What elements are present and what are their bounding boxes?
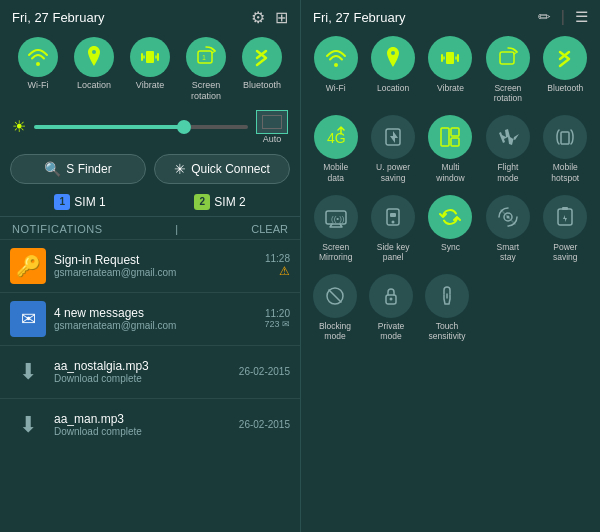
right-multi-window-label: Multiwindow [436, 162, 464, 182]
right-vibrate-icon [440, 48, 460, 68]
right-flight-mode-label: Flightmode [497, 162, 518, 182]
s-finder-icon: 🔍 [44, 161, 61, 177]
right-touch-sensitivity-circle [425, 274, 469, 318]
right-row2: 4G Mobiledata U. powersaving [301, 109, 600, 188]
notif-dl2-time: 26-02-2015 [239, 419, 290, 430]
right-vibrate-circle [428, 36, 472, 80]
svg-text:4G: 4G [327, 130, 346, 146]
svg-rect-8 [451, 128, 459, 136]
svg-rect-4 [500, 52, 514, 64]
s-finder-button[interactable]: 🔍 S Finder [10, 154, 146, 184]
grid-icon[interactable]: ⊞ [275, 8, 288, 27]
right-mobile-data[interactable]: 4G Mobiledata [309, 115, 362, 182]
right-blocking-mode-circle [313, 274, 357, 318]
quick-icon-vibrate[interactable]: Vibrate [130, 37, 170, 102]
right-sync[interactable]: Sync [424, 195, 477, 262]
right-vibrate[interactable]: Vibrate [424, 36, 477, 103]
right-panel: Fri, 27 February ✏ | ☰ Wi-Fi [300, 0, 600, 532]
touch-sensitivity-icon [436, 285, 458, 307]
right-power-saving[interactable]: Powersaving [539, 195, 592, 262]
sim2-item[interactable]: 2 SIM 2 [194, 194, 245, 210]
right-blocking-mode[interactable]: Blockingmode [309, 274, 361, 341]
mobile-data-icon: 4G [325, 126, 347, 148]
right-private-mode-label: Privatemode [378, 321, 404, 341]
quick-icon-location[interactable]: Location [74, 37, 114, 102]
right-blocking-mode-label: Blockingmode [319, 321, 351, 341]
brightness-slider[interactable] [34, 125, 248, 129]
right-flight-mode[interactable]: Flightmode [481, 115, 534, 182]
divider-icon: | [561, 8, 565, 26]
notif-signin-timestamp: 11:28 [265, 253, 290, 264]
sim2-badge: 2 [194, 194, 210, 210]
edit-icon[interactable]: ✏ [538, 8, 551, 26]
quick-icon-bluetooth[interactable]: Bluetooth [242, 37, 282, 102]
right-u-power[interactable]: U. powersaving [366, 115, 419, 182]
notif-dl1-sub: Download complete [54, 373, 231, 384]
right-screen-rotation[interactable]: Screenrotation [481, 36, 534, 103]
clear-button[interactable]: CLEAR [251, 223, 288, 235]
right-bluetooth-label: Bluetooth [547, 83, 583, 93]
svg-text:1: 1 [202, 54, 206, 61]
right-multi-window[interactable]: Multiwindow [424, 115, 477, 182]
right-bluetooth[interactable]: Bluetooth [539, 36, 592, 103]
right-bluetooth-icon [557, 47, 573, 69]
notif-messages-timestamp: 11:20 [264, 308, 290, 319]
right-row3: ((•)) ScreenMirroring Side keypanel [301, 189, 600, 268]
right-location-label: Location [377, 83, 409, 93]
settings-icon[interactable]: ⚙ [251, 8, 265, 27]
right-vibrate-label: Vibrate [437, 83, 464, 93]
vibrate-icon-circle [130, 37, 170, 77]
right-side-key[interactable]: Side keypanel [366, 195, 419, 262]
quick-connect-button[interactable]: ✳ Quick Connect [154, 154, 290, 184]
right-header-icons: ✏ | ☰ [538, 8, 588, 26]
svg-rect-14 [390, 213, 396, 217]
brightness-thumb [177, 120, 191, 134]
right-smart-stay-circle [486, 195, 530, 239]
right-smart-stay[interactable]: Smartstay [481, 195, 534, 262]
right-sync-circle [428, 195, 472, 239]
sim2-label: SIM 2 [214, 195, 245, 209]
screen-mirroring-icon: ((•)) [325, 206, 347, 228]
right-screen-mirroring[interactable]: ((•)) ScreenMirroring [309, 195, 362, 262]
notification-signin[interactable]: 🔑 Sign-in Request gsmarenateam@gmail.com… [0, 239, 300, 292]
sim1-item[interactable]: 1 SIM 1 [54, 194, 105, 210]
right-mobile-hotspot[interactable]: Mobilehotspot [539, 115, 592, 182]
right-side-key-circle [371, 195, 415, 239]
s-finder-label: S Finder [66, 162, 111, 176]
notification-dl2[interactable]: ⬇ aa_man.mp3 Download complete 26-02-201… [0, 398, 300, 451]
flight-mode-icon [497, 126, 519, 148]
notif-dl2-icon: ⬇ [10, 407, 46, 443]
svg-rect-7 [441, 128, 449, 146]
notif-dl1-title: aa_nostalgia.mp3 [54, 359, 231, 373]
right-screen-rotation-icon [497, 47, 519, 69]
left-date: Fri, 27 February [12, 10, 104, 25]
auto-box [256, 110, 288, 134]
location-icon-circle [74, 37, 114, 77]
quick-icon-screen-rotation[interactable]: 1 Screenrotation [186, 37, 226, 102]
right-flight-mode-circle [486, 115, 530, 159]
right-mobile-data-label: Mobiledata [323, 162, 348, 182]
notif-dl2-sub: Download complete [54, 426, 231, 437]
notif-signin-sub: gsmarenateam@gmail.com [54, 267, 257, 278]
quick-icon-wifi[interactable]: Wi-Fi [18, 37, 58, 102]
right-location[interactable]: Location [366, 36, 419, 103]
notif-messages-content: 4 new messages gsmarenateam@gmail.com [54, 306, 256, 331]
right-private-mode[interactable]: Privatemode [365, 274, 417, 341]
right-row1: Wi-Fi Location Vibrate [301, 30, 600, 109]
quick-icons-row: Wi-Fi Location Vibrate [0, 31, 300, 106]
notification-dl1[interactable]: ⬇ aa_nostalgia.mp3 Download complete 26-… [0, 345, 300, 398]
notification-messages[interactable]: ✉ 4 new messages gsmarenateam@gmail.com … [0, 292, 300, 345]
right-touch-sensitivity[interactable]: Touchsensitivity [421, 274, 473, 341]
list-icon[interactable]: ☰ [575, 8, 588, 26]
wifi-label: Wi-Fi [28, 80, 49, 91]
auto-label: Auto [263, 134, 282, 144]
right-date: Fri, 27 February [313, 10, 405, 25]
location-icon [85, 46, 103, 68]
right-screen-rotation-label: Screenrotation [494, 83, 522, 103]
notif-signin-icon: 🔑 [10, 248, 46, 284]
screen-rotation-icon: 1 [195, 46, 217, 68]
right-wifi-circle [314, 36, 358, 80]
right-wifi[interactable]: Wi-Fi [309, 36, 362, 103]
screen-rotation-label: Screenrotation [191, 80, 221, 102]
auto-inner [262, 115, 282, 129]
